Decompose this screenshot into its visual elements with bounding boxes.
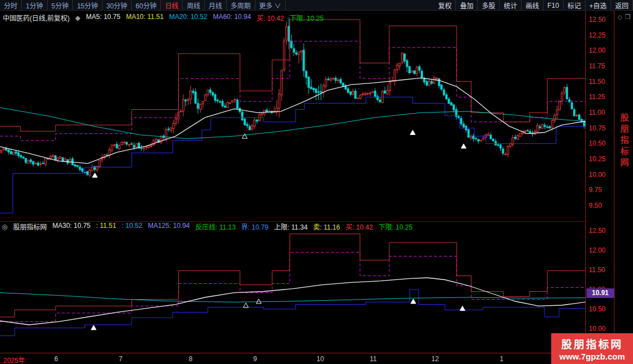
toolbar-tab-5[interactable]: 60分钟 (132, 0, 161, 10)
toolbar-action-2[interactable]: 多股 (478, 0, 500, 10)
diamond-icon[interactable]: ◇ (617, 13, 622, 21)
price-axis-label: 11.00 (589, 109, 605, 116)
watermark-title: 股朋指标网 (561, 336, 623, 351)
date-label: 8 (189, 355, 193, 363)
date-label: 12 (431, 355, 439, 363)
indicator-chart[interactable] (0, 231, 585, 353)
stock-title: 中国医药(日线,前复权) (3, 13, 69, 22)
price-axis-label: 11.50 (589, 266, 605, 274)
price-axis-label: 11.50 (589, 78, 605, 86)
toolbar-action-3[interactable]: 统计 (500, 0, 522, 10)
price-axis-label: 11.25 (589, 93, 605, 101)
price-axis-label: 10.25 (589, 155, 606, 163)
date-label: 1 (500, 355, 504, 363)
indicator-diamond-icon[interactable]: ◆ (75, 14, 80, 22)
watermark-url: www.7gpzb.com (560, 352, 625, 361)
legend-item: MA60: 10.94 (213, 13, 251, 22)
date-label: 11 (370, 355, 376, 363)
last-price-tag: 10.91 (587, 288, 614, 298)
toolbar-tab-4[interactable]: 30分钟 (103, 0, 132, 10)
toolbar-action-5[interactable]: F10 (543, 0, 564, 10)
legend-item: MA5: 10.75 (86, 13, 120, 22)
legend-item: MA30: 10.75 (53, 222, 91, 231)
top-toolbar: 分时1分钟5分钟15分钟30分钟60分钟日线周线月线多周期更多 ∨ 复权叠加多股… (0, 0, 633, 11)
price-axis-label: 10.75 (589, 124, 606, 132)
toolbar-tab-10[interactable]: 更多 ∨ (255, 0, 286, 10)
main-legend-items: MA5: 10.75MA10: 11.51MA20: 10.52MA60: 10… (86, 13, 324, 22)
window-icon[interactable]: ❒ (625, 13, 631, 21)
price-axis-label: 10.50 (589, 139, 606, 147)
toolbar-action-4[interactable]: 画线 (522, 0, 543, 10)
indicator-legend: ◎ 股朋指标网 MA30: 10.75: 11.51: 10.52MA125: … (2, 222, 412, 231)
price-axis-label: 9.50 (589, 202, 602, 209)
main-candlestick-chart[interactable] (0, 11, 585, 221)
toolbar-action-8[interactable]: 返回 (611, 0, 633, 10)
toolbar-action-0[interactable]: 复权 (434, 0, 456, 10)
toolbar-tab-7[interactable]: 周线 (183, 0, 204, 10)
price-axis-label: 11.75 (589, 62, 605, 70)
legend-item: 卖: 11.16 (313, 222, 340, 231)
legend-item: 界: 10.79 (241, 222, 269, 231)
date-axis: 2025年67891011121 (0, 353, 633, 364)
legend-item: : 11.51 (96, 222, 117, 231)
toolbar-action-1[interactable]: 叠加 (456, 0, 478, 10)
period-tabs: 分时1分钟5分钟15分钟30分钟60分钟日线周线月线多周期更多 ∨ (0, 0, 286, 10)
price-axis-label: 12.00 (589, 246, 606, 254)
price-axis: 10.91 12.5012.2512.0011.7511.5011.2511.0… (585, 11, 615, 353)
vertical-watermark-text: 股朋指标网 (618, 113, 630, 169)
toolbar-tab-1[interactable]: 1分钟 (22, 0, 48, 10)
toolbar-tab-0[interactable]: 分时 (0, 0, 22, 10)
price-axis-label: 10.00 (589, 325, 606, 333)
date-label: 10 (316, 355, 324, 363)
right-margin: ◇ ❒ 股朋指标网 (615, 11, 633, 353)
toolbar-tab-8[interactable]: 月线 (205, 0, 227, 10)
price-axis-label: 12.00 (589, 46, 606, 54)
legend-item: 上限: 11.34 (274, 222, 308, 231)
indicator-source-label: 股朋指标网 (13, 222, 46, 231)
price-axis-label: 12.25 (589, 31, 606, 39)
legend-item: MA10: 11.51 (126, 13, 164, 22)
legend-item: 下限: 10.25 (379, 222, 413, 231)
toolbar-action-6[interactable]: 标记 (564, 0, 585, 10)
price-axis-label: 12.50 (589, 16, 606, 24)
toolbar-action-7[interactable]: +自选 (585, 0, 611, 10)
indicator-legend-items: MA30: 10.75: 11.51: 10.52MA125: 10.94反压线… (53, 222, 413, 231)
price-axis-label: 10.50 (589, 305, 606, 313)
last-price-value: 10.91 (592, 289, 608, 297)
legend-item: 买: 10.42 (257, 13, 284, 22)
legend-item: MA125: 10.94 (148, 222, 190, 231)
legend-item: 下限: 10.25 (290, 13, 324, 22)
indicator-source-icon[interactable]: ◎ (2, 223, 7, 231)
toolbar-tab-2[interactable]: 5分钟 (48, 0, 73, 10)
price-axis-label: 10.00 (589, 171, 606, 179)
action-buttons: 复权叠加多股统计画线F10标记+自选返回 (434, 0, 633, 10)
site-watermark: 股朋指标网 www.7gpzb.com (551, 333, 633, 364)
toolbar-tab-6[interactable]: 日线 (161, 0, 183, 10)
legend-item: : 10.52 (122, 222, 142, 231)
date-label: 9 (253, 355, 257, 363)
price-axis-label: 12.50 (589, 227, 606, 235)
price-axis-label: 9.75 (589, 186, 602, 194)
date-label: 6 (54, 355, 58, 363)
toolbar-tab-3[interactable]: 15分钟 (73, 0, 102, 10)
date-label: 2025年 (3, 355, 25, 364)
legend-item: 反压线: 11.13 (196, 222, 236, 231)
date-label: 7 (119, 355, 123, 363)
main-chart-legend: 中国医药(日线,前复权) ◆ MA5: 10.75MA10: 11.51MA20… (3, 13, 324, 22)
toolbar-tab-9[interactable]: 多周期 (227, 0, 255, 10)
legend-item: 买: 10.42 (346, 222, 373, 231)
legend-item: MA20: 10.52 (169, 13, 207, 22)
